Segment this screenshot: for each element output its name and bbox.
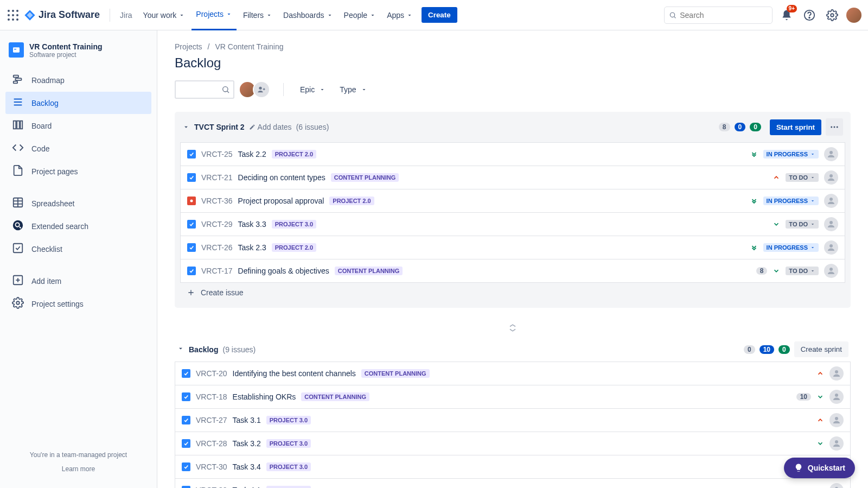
nav-apps[interactable]: Apps (382, 0, 417, 30)
sprint-more-button[interactable] (826, 118, 843, 136)
assignee-avatar[interactable] (829, 483, 844, 488)
svg-point-29 (13, 220, 23, 230)
epic-badge[interactable]: CONTENT PLANNING (335, 267, 403, 275)
assignee-avatar[interactable] (829, 390, 844, 404)
backlog-expand-toggle[interactable] (177, 345, 184, 354)
svg-point-39 (259, 87, 261, 90)
start-sprint-button[interactable]: Start sprint (770, 119, 821, 135)
assignee-avatar[interactable] (829, 366, 844, 381)
sidebar-item-project-pages[interactable]: Project pages (5, 160, 151, 182)
issue-row[interactable]: VRCT-29Task 3.3PROJECT 3.0TO DO (180, 213, 845, 236)
issue-row[interactable]: VRCT-25Task 2.2PROJECT 2.0IN PROGRESS (180, 142, 845, 166)
issue-row[interactable]: VRCT-32Task 4.1PROJECT 4.0 (175, 479, 851, 488)
assignee-avatar[interactable] (824, 217, 838, 231)
epic-badge[interactable]: PROJECT 4.0 (266, 486, 311, 488)
status-badge[interactable]: TO DO (786, 220, 819, 229)
issue-row[interactable]: VRCT-20Identifying the best content chan… (175, 362, 851, 385)
status-badge[interactable]: IN PROGRESS (763, 243, 819, 252)
status-badge[interactable]: IN PROGRESS (763, 150, 819, 159)
nav-dashboards[interactable]: Dashboards (279, 0, 337, 30)
nav-people[interactable]: People (340, 0, 381, 30)
epic-badge[interactable]: PROJECT 2.0 (272, 243, 316, 252)
epic-badge[interactable]: PROJECT 3.0 (266, 416, 311, 424)
search-input[interactable] (680, 11, 768, 20)
issue-summary: Deciding on content types (238, 173, 326, 182)
create-sprint-button[interactable]: Create sprint (794, 341, 848, 357)
sidebar-item-code[interactable]: Code (5, 137, 151, 160)
type-filter[interactable]: Type (336, 82, 370, 97)
svg-point-46 (829, 198, 833, 201)
status-badge[interactable]: TO DO (786, 267, 819, 275)
sidebar-item-label: Add item (31, 277, 61, 286)
assignee-avatar[interactable] (824, 147, 838, 161)
issue-key: VRCT-29 (201, 220, 233, 229)
status-badge[interactable]: IN PROGRESS (763, 197, 819, 205)
issue-row[interactable]: VRCT-30Task 3.4PROJECT 3.0 (175, 455, 851, 479)
sidebar-item-checklist[interactable]: Checklist (5, 238, 151, 260)
sprint-todo-count: 8 (719, 123, 730, 131)
assignee-avatar[interactable] (824, 240, 838, 255)
svg-point-44 (829, 174, 833, 178)
global-search[interactable] (664, 7, 773, 24)
crumb-projects[interactable]: Projects (175, 42, 202, 51)
issue-row[interactable]: VRCT-18Establishing OKRsCONTENT PLANNING… (175, 385, 851, 409)
nav-filters[interactable]: Filters (239, 0, 277, 30)
svg-point-37 (223, 87, 228, 92)
sidebar-item-backlog[interactable]: Backlog (5, 92, 151, 114)
epic-badge[interactable]: PROJECT 2.0 (272, 150, 316, 159)
assignee-avatar[interactable] (824, 170, 838, 185)
backlog-search[interactable] (175, 80, 234, 99)
assignee-avatar[interactable] (829, 413, 844, 427)
issue-row[interactable]: VRCT-21Deciding on content typesCONTENT … (180, 166, 845, 189)
add-dates-button[interactable]: Add dates (249, 123, 292, 131)
issue-row[interactable]: VRCT-26Task 2.3PROJECT 2.0IN PROGRESS (180, 236, 845, 259)
jira-icon (24, 9, 36, 21)
issue-summary: Project proposal approval (238, 197, 324, 205)
epic-filter[interactable]: Epic (297, 82, 329, 97)
notifications-icon[interactable]: 9+ (778, 7, 795, 24)
issue-row[interactable]: VRCT-27Task 3.1PROJECT 3.0 (175, 409, 851, 432)
user-avatar[interactable] (846, 8, 861, 23)
sidebar-item-project-settings[interactable]: Project settings (5, 293, 151, 315)
sidebar-item-roadmap[interactable]: Roadmap (5, 69, 151, 91)
assignee-avatar[interactable] (829, 436, 844, 451)
brand-logo[interactable]: Jira Software (24, 9, 100, 21)
issue-row[interactable]: VRCT-36Project proposal approvalPROJECT … (180, 189, 845, 213)
svg-point-2 (16, 10, 18, 12)
epic-badge[interactable]: PROJECT 2.0 (329, 197, 374, 205)
sidebar-item-extended-search[interactable]: Extended search (5, 215, 151, 237)
create-button[interactable]: Create (422, 7, 457, 23)
epic-badge[interactable]: PROJECT 3.0 (266, 439, 311, 448)
epic-badge[interactable]: PROJECT 3.0 (266, 462, 311, 471)
task-type-icon (182, 416, 190, 424)
sidebar-item-spreadsheet[interactable]: Spreadsheet (5, 192, 151, 214)
learn-more-link[interactable]: Learn more (5, 465, 151, 473)
add-assignee-filter[interactable] (253, 81, 270, 98)
priority-icon (816, 370, 824, 377)
sidebar-item-board[interactable]: Board (5, 115, 151, 137)
create-issue-button[interactable]: Create issue (180, 283, 845, 302)
settings-icon[interactable] (824, 7, 841, 24)
help-icon[interactable] (801, 7, 818, 24)
status-badge[interactable]: TO DO (786, 173, 819, 182)
epic-badge[interactable]: CONTENT PLANNING (331, 173, 399, 182)
chevron-down-icon (810, 245, 815, 250)
epic-badge[interactable]: CONTENT PLANNING (361, 369, 430, 378)
issue-row[interactable]: VRCT-28Task 3.2PROJECT 3.0 (175, 432, 851, 455)
quickstart-button[interactable]: Quickstart (784, 458, 855, 478)
project-header[interactable]: VR Content Training Software project (5, 40, 151, 61)
epic-badge[interactable]: CONTENT PLANNING (301, 392, 369, 401)
priority-icon (773, 220, 780, 228)
crumb-project[interactable]: VR Content Training (215, 42, 283, 51)
assignee-avatar[interactable] (824, 194, 838, 208)
sprint-expand-toggle[interactable] (182, 123, 190, 131)
nav-your-work[interactable]: Your work (139, 0, 190, 30)
nav-jira[interactable]: Jira (116, 0, 137, 30)
nav-projects[interactable]: Projects (192, 0, 237, 30)
issue-row[interactable]: VRCT-17Defining goals & objectivesCONTEN… (180, 259, 845, 283)
sidebar-item-add-item[interactable]: Add item (5, 270, 151, 292)
app-switcher[interactable] (7, 9, 20, 22)
assignee-avatar[interactable] (824, 264, 838, 278)
epic-badge[interactable]: PROJECT 3.0 (272, 220, 316, 229)
sprint-divider-handle[interactable] (175, 319, 851, 337)
